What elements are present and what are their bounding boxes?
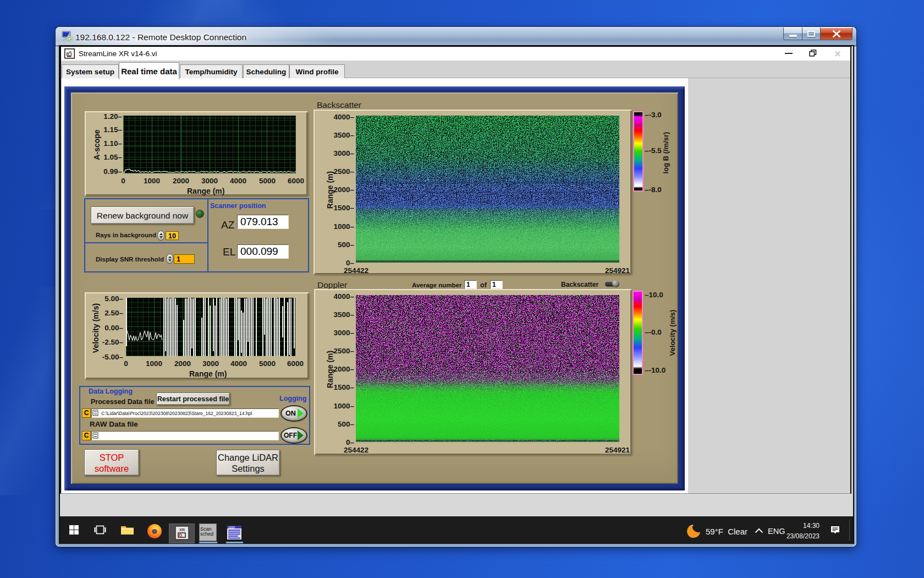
svg-text:GEEK: GEEK bbox=[228, 526, 235, 529]
svg-text:XR: XR bbox=[179, 527, 185, 532]
